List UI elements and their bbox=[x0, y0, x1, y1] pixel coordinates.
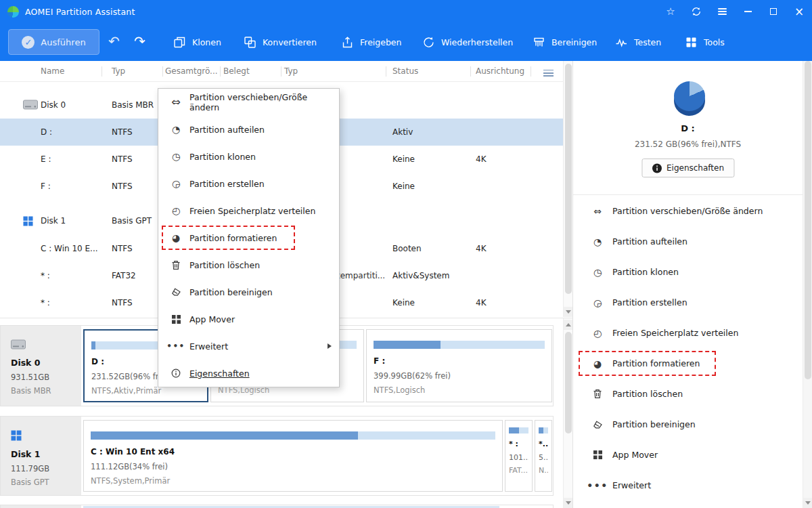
properties-icon bbox=[170, 368, 182, 378]
row-name: F : bbox=[41, 173, 51, 200]
table-scrollbar[interactable] bbox=[563, 61, 572, 317]
partition-block-small2[interactable]: *... 5... N... bbox=[535, 420, 552, 492]
toolbar-item-tools[interactable]: Tools bbox=[685, 23, 725, 61]
column-header-typ2[interactable]: Typ bbox=[284, 61, 298, 82]
table-header: Name Typ Gesamtgrö... Belegt Typ Status … bbox=[0, 61, 563, 82]
sidebar-item-label: Freien Speicherplatz verteilen bbox=[612, 328, 738, 338]
maximize-button[interactable] bbox=[761, 0, 786, 23]
menu-item-eigenschaften[interactable]: Eigenschaften bbox=[158, 360, 339, 387]
disk0-info[interactable]: Disk 0 931.51GB Basis MBR bbox=[1, 326, 81, 406]
sidebar-item-app-mover[interactable]: App Mover bbox=[573, 440, 803, 470]
menu-item-label: Partition löschen bbox=[189, 260, 260, 270]
sidebar-item-loeschen[interactable]: Partition löschen bbox=[573, 379, 803, 409]
menu-item-verschieben[interactable]: ⇔ Partition verschieben/Größe ändern bbox=[158, 89, 339, 116]
partition-fs: NTFS,Logisch bbox=[374, 385, 545, 396]
app-window: AOMEI Partition Assistant ☆ × ✓ Ausführe… bbox=[0, 0, 812, 508]
toolbar-item-freigeben[interactable]: Freigeben bbox=[341, 23, 401, 61]
properties-button[interactable]: Eigenschaften bbox=[641, 158, 734, 177]
column-separator bbox=[162, 66, 163, 77]
column-header-name[interactable]: Name bbox=[41, 61, 64, 82]
column-header-gesamtgroesse[interactable]: Gesamtgrö... bbox=[165, 61, 218, 82]
sidebar-item-speicherplatz-verteilen[interactable]: ◴ Freien Speicherplatz verteilen bbox=[573, 318, 803, 348]
minimize-button[interactable] bbox=[735, 0, 761, 23]
view-options-icon[interactable] bbox=[543, 68, 554, 79]
toolbar-item-wiederherstellen[interactable]: Wiederherstellen bbox=[422, 23, 513, 61]
sidebar-item-formatieren[interactable]: ◕ Partition formatieren bbox=[573, 348, 803, 379]
sidebar-item-verschieben[interactable]: ⇔ Partition verschieben/Größe ändern bbox=[573, 196, 803, 226]
sidebar-item-erweitert[interactable]: ••• Erweitert bbox=[573, 470, 803, 501]
disk-name: Disk 1 bbox=[11, 449, 81, 459]
partition-block-small1[interactable]: * : 101... FAT... bbox=[505, 420, 533, 492]
menu-item-app-mover[interactable]: App Mover bbox=[158, 305, 339, 333]
sidebar-item-label: Partition aufteilen bbox=[612, 236, 687, 247]
distribute-space-icon: ◴ bbox=[591, 329, 604, 338]
partition-fs: NTFS,Aktiv,Primär bbox=[91, 386, 200, 396]
scroll-up-button[interactable] bbox=[564, 320, 573, 330]
column-header-status[interactable]: Status bbox=[392, 61, 418, 82]
menu-item-klonen[interactable]: ◷ Partition klonen bbox=[158, 143, 339, 170]
toolbar-item-label: Konvertieren bbox=[263, 37, 317, 47]
favorite-button[interactable]: ☆ bbox=[658, 0, 683, 23]
menu-item-label: Partition formatieren bbox=[189, 233, 277, 243]
disk1-info[interactable]: Disk 1 111.79GB Basis GPT bbox=[1, 417, 81, 495]
row-typ: Basis MBR bbox=[112, 91, 154, 119]
menu-item-loeschen[interactable]: Partition löschen bbox=[158, 251, 339, 278]
star-icon: ☆ bbox=[666, 7, 675, 17]
menu-item-aufteilen[interactable]: ◔ Partition aufteilen bbox=[158, 116, 339, 143]
menu-item-speicherplatz-verteilen[interactable]: ◴ Freien Speicherplatz verteilen bbox=[158, 197, 339, 224]
row-typ: NTFS bbox=[112, 173, 133, 200]
menu-item-bereinigen[interactable]: Partition bereinigen bbox=[158, 278, 339, 305]
redo-button[interactable]: ↷ bbox=[134, 34, 145, 49]
execute-button[interactable]: ✓ Ausführen bbox=[8, 29, 99, 55]
toolbar-item-bereinigen[interactable]: Bereinigen bbox=[533, 23, 597, 61]
partition-block-c[interactable]: C : Win 10 Ent x64 111.12GB(34% frei) NT… bbox=[83, 420, 503, 492]
scroll-down-button[interactable] bbox=[564, 307, 573, 317]
sidebar-item-klonen[interactable]: ◷ Partition klonen bbox=[573, 257, 803, 287]
properties-button-label: Eigenschaften bbox=[667, 163, 724, 173]
sidebar-divider bbox=[573, 194, 803, 195]
menu-item-label: Partition bereinigen bbox=[189, 287, 273, 297]
row-status: Aktiv bbox=[392, 119, 413, 146]
scroll-down-button[interactable] bbox=[564, 498, 573, 508]
hamburger-icon bbox=[718, 7, 727, 17]
menu-item-formatieren[interactable]: ◕ Partition formatieren bbox=[158, 224, 339, 251]
column-separator bbox=[470, 66, 471, 77]
partition-label: C : Win 10 Ent x64 bbox=[91, 447, 495, 458]
menu-item-erweitert[interactable]: ••• Erweitert bbox=[158, 333, 339, 360]
panels-scrollbar[interactable] bbox=[563, 318, 572, 508]
toolbar-item-klonen[interactable]: Klonen bbox=[173, 23, 221, 61]
sidebar-item-bereinigen[interactable]: Partition bereinigen bbox=[573, 409, 803, 440]
partition-block-f[interactable]: F : 399.99GB(62% frei) NTFS,Logisch bbox=[366, 329, 552, 402]
partition-size: 101... bbox=[509, 453, 528, 463]
toolbar-item-label: Tools bbox=[704, 37, 725, 47]
disk-style: Basis MBR bbox=[11, 386, 81, 396]
toolbar: ✓ Ausführen ↶ ↷ Klonen Konvertieren Frei… bbox=[0, 23, 812, 61]
column-header-belegt[interactable]: Belegt bbox=[223, 61, 250, 82]
sidebar-item-erstellen[interactable]: ◶ Partition erstellen bbox=[573, 287, 803, 318]
scrollbar-thumb[interactable] bbox=[565, 64, 572, 294]
undo-button[interactable]: ↶ bbox=[108, 34, 120, 49]
triangle-down-icon bbox=[805, 501, 811, 505]
column-header-ausrichtung[interactable]: Ausrichtung bbox=[476, 61, 524, 82]
execute-label: Ausführen bbox=[41, 37, 85, 47]
update-button[interactable] bbox=[683, 0, 709, 23]
sidebar-scrollbar[interactable] bbox=[803, 61, 812, 508]
column-header-typ[interactable]: Typ bbox=[112, 61, 125, 82]
scrollbar-thumb[interactable] bbox=[805, 61, 811, 379]
convert-icon bbox=[244, 36, 256, 49]
scroll-down-button[interactable] bbox=[803, 498, 812, 508]
column-separator bbox=[386, 66, 386, 77]
scrollbar-thumb[interactable] bbox=[565, 332, 572, 433]
close-button[interactable]: × bbox=[786, 0, 812, 23]
clone-partition-icon: ◷ bbox=[170, 152, 182, 161]
main-menu-button[interactable] bbox=[709, 0, 735, 23]
toolbar-item-konvertieren[interactable]: Konvertieren bbox=[244, 23, 317, 61]
clone-icon bbox=[173, 36, 186, 49]
toolbar-item-testen[interactable]: Testen bbox=[615, 23, 661, 61]
sidebar-item-aufteilen[interactable]: ◔ Partition aufteilen bbox=[573, 226, 803, 257]
menu-item-erstellen[interactable]: ◶ Partition erstellen bbox=[158, 170, 339, 197]
usage-bar bbox=[509, 427, 528, 433]
toolbar-item-label: Bereinigen bbox=[551, 37, 597, 47]
row-typ: Basis GPT bbox=[112, 207, 152, 234]
close-icon: × bbox=[794, 6, 804, 18]
